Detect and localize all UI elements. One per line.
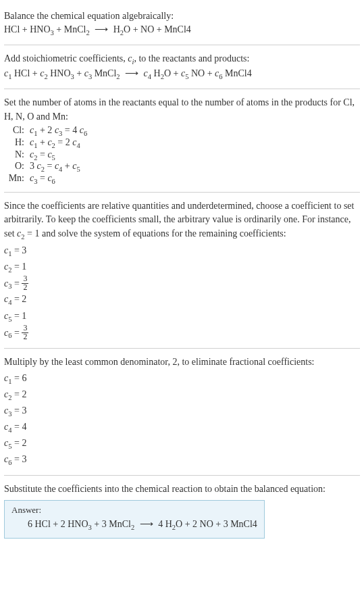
coeff-row: c1 = 3	[4, 243, 360, 259]
coeff-val: 3	[22, 454, 26, 464]
coeff-row: c2 = 1	[4, 259, 360, 276]
coeff-row: c3 = 3	[4, 403, 360, 420]
answer-label: Answer:	[11, 505, 257, 516]
atoms-row: Cl: c1 + 2 c3 = 4 c6	[4, 125, 87, 137]
atoms-row: N: c2 = c5	[4, 149, 87, 162]
stoich-text: Add stoichiometric coefficients, ci, to …	[4, 52, 360, 67]
atoms-table: Cl: c1 + 2 c3 = 4 c6 H: c1 + c2 = 2 c4 N…	[4, 125, 87, 185]
substitute-section: Substitute the coefficients into the che…	[4, 478, 360, 543]
coeff-row: c6 = 3	[4, 452, 360, 468]
atoms-eq: c1 + 2 c3 = 4 c6	[30, 125, 87, 137]
atoms-text: Set the number of atoms in the reactants…	[4, 96, 360, 124]
coeff-row: c4 = 2	[4, 292, 360, 308]
answer-box: Answer: 6 HCl + 2 HNO3 + 3 MnCl2 ⟶ 4 H2O…	[4, 500, 265, 539]
stoich-section: Add stoichiometric coefficients, ci, to …	[4, 48, 360, 86]
coeff-row: c5 = 1	[4, 309, 360, 325]
stoich-text-before: Add stoichiometric coefficients,	[4, 53, 128, 64]
atoms-eq: c3 = c6	[30, 173, 87, 185]
multiply-coeffs: c1 = 6 c2 = 2 c3 = 3 c4 = 4 c5 = 2 c6 = …	[4, 371, 360, 468]
atoms-label: Cl:	[4, 125, 30, 137]
atoms-row: O: 3 c2 = c4 + c5	[4, 161, 87, 173]
atoms-label: N:	[4, 149, 30, 162]
coeff-row: c3 = 32	[4, 276, 360, 293]
coeff-val: 4	[22, 422, 26, 432]
divider	[4, 192, 360, 193]
answer-equation: 6 HCl + 2 HNO3 + 3 MnCl2 ⟶ 4 H2O + 2 NO …	[11, 518, 257, 531]
coeff-val: 3	[22, 405, 26, 416]
document-root: Balance the chemical equation algebraica…	[0, 0, 364, 548]
choose-coeffs: c1 = 3 c2 = 1 c3 = 32 c4 = 2 c5 = 1 c6 =…	[4, 243, 360, 342]
coeff-row: c5 = 2	[4, 436, 360, 452]
atoms-row: Mn: c3 = c6	[4, 173, 87, 185]
choose-text: Since the coefficients are relative quan…	[4, 199, 360, 242]
atoms-eq: c1 + c2 = 2 c4	[30, 137, 87, 149]
intro-title: Balance the chemical equation algebraica…	[4, 9, 360, 23]
coeff-row: c4 = 4	[4, 420, 360, 436]
atoms-label: H:	[4, 137, 30, 149]
coeff-row: c2 = 2	[4, 387, 360, 403]
multiply-text: Multiply by the least common denominator…	[4, 355, 360, 369]
multiply-section: Multiply by the least common denominator…	[4, 351, 360, 472]
coeff-val: 2	[22, 389, 26, 399]
substitute-text: Substitute the coefficients into the che…	[4, 482, 360, 496]
divider	[4, 89, 360, 89]
divider	[4, 45, 360, 45]
coeff-row: c6 = 32	[4, 325, 360, 342]
atoms-row: H: c1 + c2 = 2 c4	[4, 137, 87, 149]
coeff-val: 2	[22, 438, 26, 448]
divider	[4, 348, 360, 349]
intro-equation: HCl + HNO3 + MnCl2 ⟶ H2O + NO + MnCl4	[4, 23, 360, 38]
atoms-eq: 3 c2 = c4 + c5	[30, 161, 87, 173]
intro-section: Balance the chemical equation algebraica…	[4, 5, 360, 42]
coeff-row: c1 = 6	[4, 371, 360, 387]
choose-section: Since the coefficients are relative quan…	[4, 195, 360, 345]
atoms-section: Set the number of atoms in the reactants…	[4, 92, 360, 189]
stoich-text-after: , to the reactants and products:	[134, 53, 249, 64]
atoms-eq: c2 = c5	[30, 149, 87, 162]
atoms-label: O:	[4, 161, 30, 173]
coeff-val: 6	[22, 373, 26, 383]
divider	[4, 475, 360, 476]
atoms-label: Mn:	[4, 173, 30, 185]
stoich-equation: c1 HCl + c2 HNO3 + c3 MnCl2 ⟶ c4 H2O + c…	[4, 67, 360, 82]
